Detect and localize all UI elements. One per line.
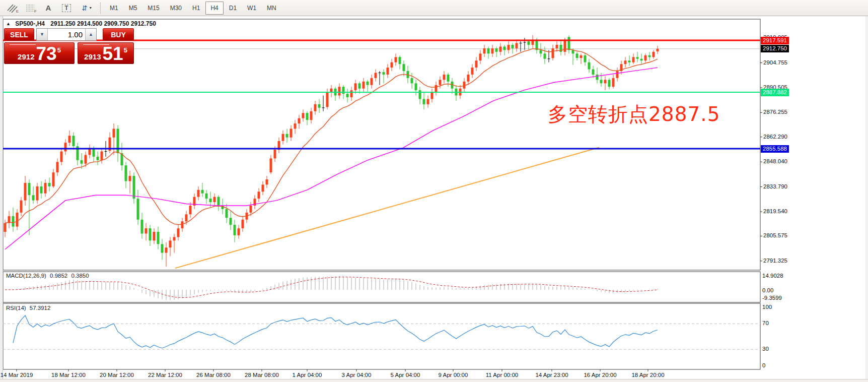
ohlc-values: 2911.250 2914.500 2909.750 2912.750	[50, 20, 156, 27]
date-tick-label: 11 Apr 00:00	[486, 372, 518, 378]
text-box-icon[interactable]: T	[57, 2, 76, 15]
text-label-icon[interactable]: A	[39, 2, 57, 15]
window-bottom-strip	[0, 379, 868, 382]
sell-price-sup: 5	[57, 46, 61, 54]
date-tick-label: 28 Mar 08:00	[245, 372, 279, 378]
window-right-frame	[865, 16, 868, 382]
one-click-trading-panel: SELL ▼ 1.00 ▲ BUY 2912 73 5 2913 51 5	[4, 28, 134, 64]
date-tick-label: 14 Mar 2019	[1, 372, 33, 378]
indicators-hatch-icon[interactable]: E	[3, 2, 21, 15]
buy-price-sup: 5	[124, 46, 127, 54]
price-tick-label: 2862.290	[763, 134, 787, 140]
date-tick-label: 26 Mar 08:00	[196, 372, 231, 378]
sell-button[interactable]: SELL	[4, 28, 34, 41]
date-tick-label: 16 Apr 20:00	[584, 372, 616, 378]
icon-sub-label: E	[16, 9, 19, 14]
collapse-arrow-icon[interactable]: ▲	[6, 21, 11, 26]
window-left-frame	[0, 16, 3, 382]
date-tick-label: 18 Mar 12:00	[51, 372, 86, 378]
indicator-scale-label: -9.3599	[762, 295, 782, 301]
date-tick-label: 9 Apr 00:00	[439, 372, 468, 378]
date-tick-label: 5 Apr 04:00	[391, 372, 420, 378]
date-tick-label: 1 Apr 04:00	[293, 372, 322, 378]
timeframe-button-m30[interactable]: M30	[165, 2, 187, 15]
timeframe-button-m15[interactable]: M15	[142, 2, 164, 15]
toolbar: E F A T ⇵ ▾ M1M5M15M30H1H4D1W1MN	[0, 0, 868, 16]
indicator-scale-label: 14.9028	[762, 273, 783, 279]
volume-input[interactable]: 1.00	[48, 29, 85, 40]
indicator-scale-label: 0	[762, 362, 765, 368]
buy-price-prefix: 2913	[84, 52, 101, 62]
indicator-scale-label: 0.00	[762, 287, 773, 293]
arrow-objects-icon[interactable]: ⇵ ▾	[76, 2, 98, 15]
timeframe-button-h4[interactable]: H4	[205, 2, 223, 15]
macd-main-value: 0.9852	[50, 273, 67, 279]
volume-increase-button[interactable]: ▲	[85, 29, 96, 40]
icon-sub-label: F	[34, 9, 37, 14]
chart-title: ▲ SP500-,H4 2911.250 2914.500 2909.750 2…	[6, 20, 156, 27]
price-tick-label: 2805.575	[763, 232, 787, 238]
price-tick-label: 2819.540	[763, 208, 787, 214]
volume-decrease-button[interactable]: ▼	[37, 29, 48, 40]
indicator-scale-label: 100	[762, 304, 772, 310]
chart-annotation-text: 多空转折点2887.5	[548, 101, 720, 128]
timeframe-button-w1[interactable]: W1	[242, 2, 261, 15]
timeframe-button-m5[interactable]: M5	[124, 2, 142, 15]
indicator-scale-label: 70	[762, 320, 769, 326]
price-tick-label: 2833.790	[763, 183, 787, 189]
price-badge: 2912.750	[761, 45, 789, 52]
price-tick-label: 2904.755	[763, 59, 787, 66]
price-tick-label: 2876.255	[763, 109, 787, 115]
rsi-indicator-label: RSI(14) 57.3912	[6, 305, 50, 311]
grid-pattern-icon[interactable]: F	[21, 2, 39, 15]
symbol-timeframe: SP500-,H4	[15, 20, 45, 27]
timeframe-button-d1[interactable]: D1	[224, 2, 242, 15]
price-badge: 2887.882	[761, 89, 789, 96]
indicator-scale-label: 30	[762, 346, 769, 352]
timeframe-button-m1[interactable]: M1	[105, 2, 123, 15]
toolbar-separator	[100, 3, 101, 14]
date-tick-label: 14 Apr 23:00	[535, 372, 568, 378]
price-tick-label: 2791.325	[763, 258, 787, 264]
price-badge: 2917.591	[761, 37, 789, 44]
buy-price-main: 51	[102, 45, 123, 62]
date-tick-label: 22 Mar 12:00	[148, 372, 182, 378]
sell-price-display[interactable]: 2912 73 5	[4, 42, 75, 64]
buy-button[interactable]: BUY	[103, 28, 134, 41]
buy-price-display[interactable]: 2913 51 5	[78, 42, 134, 64]
date-tick-label: 3 Apr 04:00	[342, 372, 372, 378]
macd-indicator-label: MACD(12,26,9) 0.9852 0.3850	[6, 273, 89, 279]
timeframe-group: M1M5M15M30H1H4D1W1MN	[105, 2, 281, 15]
timeframe-button-h1[interactable]: H1	[187, 2, 205, 15]
price-tick-label: 2848.040	[763, 158, 787, 164]
sell-price-prefix: 2912	[18, 52, 34, 62]
sell-price-main: 73	[36, 45, 56, 62]
volume-spinner: ▼ 1.00 ▲	[36, 28, 97, 41]
price-badge: 2855.588	[761, 145, 789, 153]
date-tick-label: 18 Apr 20:00	[631, 372, 664, 378]
chevron-down-icon: ▾	[90, 6, 92, 10]
macd-signal-value: 0.3850	[71, 273, 89, 279]
date-tick-label: 20 Mar 12:00	[100, 372, 134, 378]
timeframe-button-mn[interactable]: MN	[262, 2, 281, 15]
rsi-value: 57.3912	[30, 305, 51, 311]
